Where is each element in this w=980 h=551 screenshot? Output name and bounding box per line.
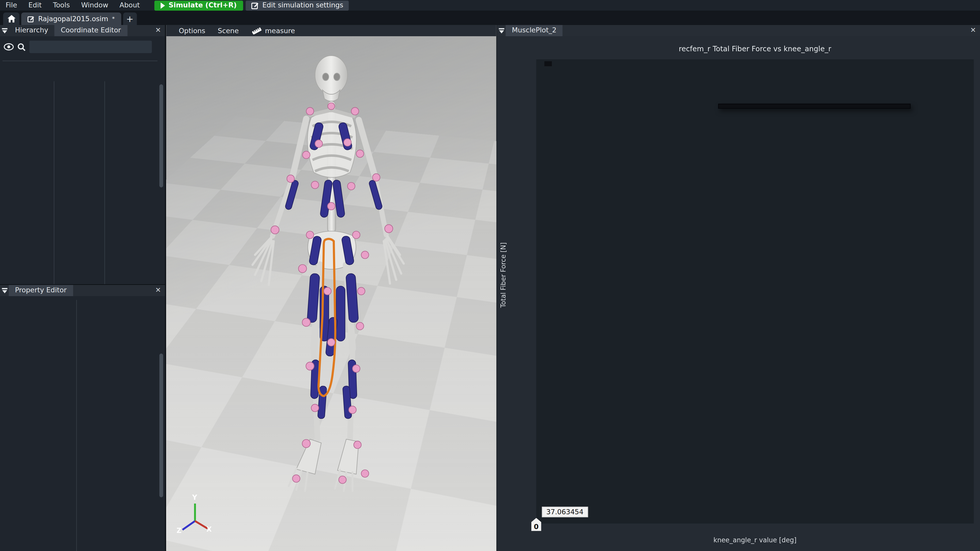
close-icon[interactable]: ✕ — [154, 285, 162, 296]
coordinate-scrollbar[interactable] — [159, 84, 163, 187]
column-divider — [54, 81, 54, 284]
viewport-measure-button[interactable]: measure — [246, 27, 300, 35]
property-panel-header: Property Editor ✕ — [0, 285, 165, 296]
coordinate-column-headers — [0, 66, 165, 79]
search-input[interactable] — [29, 41, 152, 53]
viewport-3d[interactable]: Options Scene measure — [166, 25, 496, 551]
visibility-eye-icon[interactable] — [4, 43, 14, 51]
simulate-label: Simulate (Ctrl+R) — [169, 1, 237, 10]
chart-canvas — [536, 59, 974, 524]
home-icon — [7, 15, 15, 22]
tab-hierarchy[interactable]: Hierarchy — [9, 25, 54, 36]
x-axis-label: knee_angle_r value [deg] — [536, 536, 974, 543]
close-icon[interactable]: ✕ — [969, 25, 977, 36]
coordinate-panel-header: Hierarchy Coordinate Editor ✕ — [0, 25, 165, 36]
y-axis-label: Total Fiber Force [N] — [500, 242, 507, 308]
property-scrollbar[interactable] — [159, 354, 163, 497]
viewport-options-menu[interactable]: Options — [174, 27, 210, 35]
viewport-toolbar: Options Scene measure — [166, 25, 496, 36]
menu-window[interactable]: Window — [76, 0, 114, 11]
menu-edit[interactable]: Edit — [23, 0, 47, 11]
play-icon — [161, 2, 165, 8]
muscle-plot-panel: MusclePlot_2 ✕ recfem_r Total Fiber Forc… — [497, 25, 980, 551]
plot-panel-header: MusclePlot_2 ✕ — [497, 25, 980, 36]
divider — [3, 61, 158, 61]
menu-items: FileEditToolsWindowAbout — [0, 0, 145, 11]
edit-simulation-settings-button[interactable]: Edit simulation settings — [245, 0, 349, 10]
chart-title: recfem_r Total Fiber Force vs knee_angle… — [536, 44, 974, 53]
ruler-icon — [251, 27, 262, 34]
coordinate-list — [0, 81, 165, 284]
simulate-button[interactable]: Simulate (Ctrl+R) — [154, 0, 243, 10]
edit-icon — [27, 15, 35, 22]
menu-tools[interactable]: Tools — [47, 0, 75, 11]
property-panel-title: Property Editor — [9, 285, 73, 296]
menu-about[interactable]: About — [114, 0, 145, 11]
cursor-value-tooltip: 37.063454 — [542, 507, 588, 517]
panel-menu-icon[interactable] — [497, 28, 506, 33]
plot-context-menu — [718, 104, 911, 109]
chart-legend[interactable] — [544, 61, 552, 66]
close-icon[interactable]: ✕ — [154, 25, 162, 36]
tab-coordinate-editor[interactable]: Coordinate Editor — [54, 25, 127, 36]
property-editor-panel: Property Editor ✕ — [0, 284, 165, 551]
gizmo-x-axis[interactable]: X — [202, 523, 215, 536]
scene-3d[interactable]: Y Z X — [166, 36, 496, 551]
plot-area[interactable] — [536, 59, 974, 524]
home-tab[interactable] — [3, 13, 19, 25]
panel-menu-icon[interactable] — [0, 28, 9, 33]
axis-gizmo[interactable]: Y Z X — [171, 490, 216, 540]
edit-sim-label: Edit simulation settings — [262, 1, 343, 10]
skeleton-bones — [252, 56, 404, 491]
skeleton-model[interactable] — [236, 49, 417, 536]
menu-bar: FileEditToolsWindowAbout Simulate (Ctrl+… — [0, 0, 980, 11]
document-tab[interactable]: Rajagopal2015.osim* — [21, 13, 121, 25]
menu-file[interactable]: File — [0, 0, 23, 11]
plot-content: recfem_r Total Fiber Force vs knee_angle… — [497, 36, 980, 551]
document-tab-label: Rajagopal2015.osim — [38, 15, 108, 23]
tab-bar: Rajagopal2015.osim* + — [0, 11, 980, 25]
new-tab-button[interactable]: + — [123, 13, 137, 25]
gizmo-z-axis[interactable]: Z — [172, 524, 186, 537]
viewport-scene-menu[interactable]: Scene — [213, 27, 244, 35]
column-divider — [104, 81, 105, 284]
search-icon — [18, 43, 26, 51]
property-list — [0, 299, 165, 551]
panel-menu-icon[interactable] — [0, 288, 9, 293]
modified-indicator: * — [112, 16, 115, 22]
coordinate-toolbar — [0, 38, 165, 56]
app-window: FileEditToolsWindowAbout Simulate (Ctrl+… — [0, 0, 980, 551]
plot-panel-title: MusclePlot_2 — [506, 25, 563, 36]
edit-icon — [251, 2, 259, 9]
coordinate-editor-panel: Hierarchy Coordinate Editor ✕ — [0, 25, 165, 284]
gizmo-y-axis[interactable]: Y — [188, 491, 201, 504]
measure-label: measure — [265, 27, 295, 35]
